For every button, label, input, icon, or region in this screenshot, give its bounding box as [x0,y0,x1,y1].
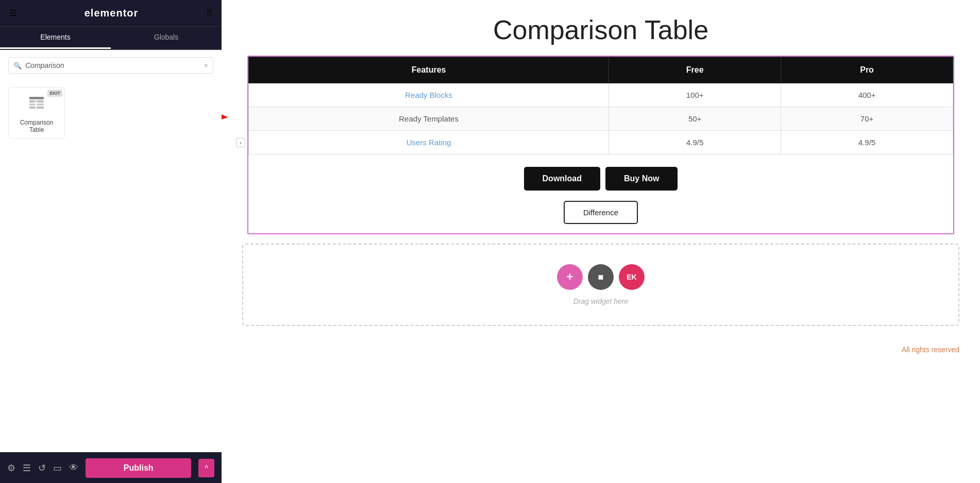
row1-feature: Ready Blocks [249,83,609,107]
comparison-section: ‹ Features Free Pro Ready Blocks 100+ 40… [222,50,980,234]
comparison-table-label: Comparison Table [14,119,59,133]
responsive-icon[interactable]: ▭ [53,462,62,474]
sidebar: ☰ elementor ⠿ Elements Globals 🔍 × EKIT [0,0,222,483]
table-row: Users Rating 4.9/5 4.9/5 [249,131,953,154]
sidebar-header: ☰ elementor ⠿ [0,0,222,27]
footer-text: All rights reserved [902,346,959,354]
widget-area: EKIT Comparison Table [0,79,222,452]
row2-free: 50+ [609,107,781,131]
header-free: Free [609,57,781,83]
ekit-badge: EKIT [47,90,62,97]
comparison-table-icon [28,95,45,115]
page-title: Comparison Table [222,14,980,45]
drag-hint-text: Drag widget here [573,297,629,305]
row1-free: 100+ [609,83,781,107]
table-row: Ready Blocks 100+ 400+ [249,83,953,107]
settings-icon[interactable]: ⚙ [7,462,15,474]
row2-feature: Ready Templates [249,107,609,131]
download-button[interactable]: Download [524,167,600,191]
footer: All rights reserved [222,335,980,364]
hamburger-icon[interactable]: ☰ [9,8,16,18]
publish-button[interactable]: Publish [86,458,191,478]
svg-rect-2 [37,100,44,102]
eye-icon[interactable]: 👁 [69,462,78,473]
buy-now-button[interactable]: Buy Now [605,167,678,191]
ek-button[interactable]: EK [619,264,645,290]
add-section-button[interactable]: ■ [588,264,614,290]
svg-rect-5 [29,107,36,109]
add-widget-button[interactable]: + [557,264,583,290]
clear-search-button[interactable]: × [204,61,208,70]
page-title-area: Comparison Table [222,0,980,50]
elementor-logo: elementor [85,7,139,19]
fab-buttons-group: + ■ EK [557,264,645,290]
header-features: Features [249,57,609,83]
expand-button[interactable]: ^ [198,459,214,477]
action-buttons: Download Buy Now [248,154,953,197]
search-icon: 🔍 [13,62,22,70]
sidebar-tabs: Elements Globals [0,27,222,50]
search-input[interactable] [8,57,213,74]
difference-area: Difference [248,197,953,233]
row3-feature: Users Rating [249,131,609,154]
row1-pro: 400+ [781,83,953,107]
tab-globals[interactable]: Globals [111,27,222,49]
svg-rect-4 [37,104,44,106]
header-pro: Pro [781,57,953,83]
comparison-table: Features Free Pro Ready Blocks 100+ 400+… [248,57,953,154]
svg-rect-6 [37,107,44,109]
svg-line-8 [222,110,225,117]
row3-pro: 4.9/5 [781,131,953,154]
svg-rect-0 [29,97,44,99]
row2-pro: 70+ [781,107,953,131]
empty-drop-zone[interactable]: + ■ EK Drag widget here [242,244,959,326]
search-container: 🔍 × [0,50,222,79]
tab-elements[interactable]: Elements [0,27,111,49]
history-icon[interactable]: ↺ [38,462,46,474]
grid-icon[interactable]: ⠿ [206,8,212,18]
collapse-section-button[interactable]: ‹ [236,138,245,147]
svg-rect-1 [29,100,36,102]
difference-button[interactable]: Difference [564,201,638,224]
sidebar-bottom: ⚙ ☰ ↺ ▭ 👁 Publish ^ [0,452,222,483]
main-content: Comparison Table ‹ Features Free Pro [222,0,980,483]
layers-icon[interactable]: ☰ [23,462,31,474]
comparison-table-widget[interactable]: EKIT Comparison Table [8,87,65,139]
annotation-arrow [222,92,247,138]
row3-free: 4.9/5 [609,131,781,154]
table-row: Ready Templates 50+ 70+ [249,107,953,131]
svg-rect-3 [29,104,36,106]
